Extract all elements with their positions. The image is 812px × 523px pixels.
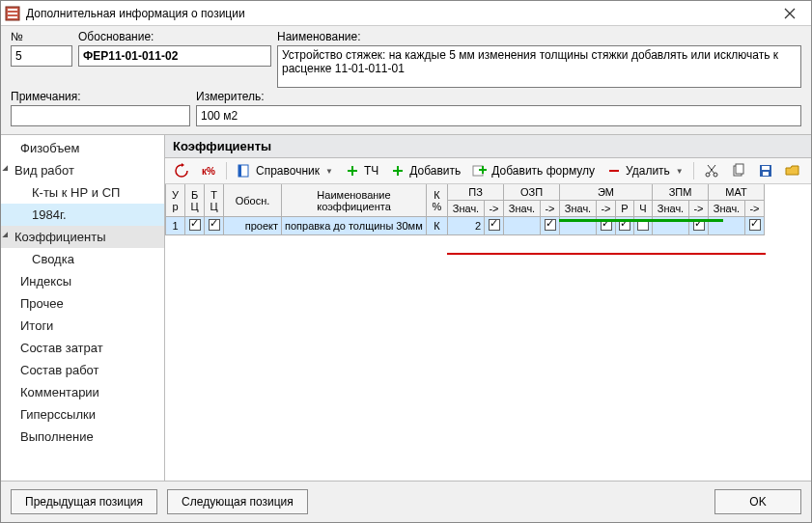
obosnovanie-field[interactable] bbox=[78, 45, 271, 67]
spravochnik-label: Справочник bbox=[256, 164, 320, 178]
col-bc[interactable]: Б Ц bbox=[185, 184, 205, 217]
red-indicator bbox=[447, 253, 766, 255]
main-panel: Коэффициенты к% Справочник▼ ТЧ Добавить bbox=[165, 135, 811, 481]
label-izmeritel: Измеритель: bbox=[196, 90, 801, 103]
col-obosn[interactable]: Обосн. bbox=[224, 184, 282, 217]
spravochnik-button[interactable]: Справочник▼ bbox=[232, 161, 338, 180]
sidebar-item[interactable]: Состав работ bbox=[1, 359, 164, 381]
plus-icon bbox=[345, 163, 360, 179]
svg-rect-6 bbox=[238, 165, 241, 177]
checkbox[interactable] bbox=[749, 219, 761, 231]
sidebar-item[interactable]: Выполнение bbox=[1, 426, 164, 448]
sidebar-item[interactable]: Итоги bbox=[1, 315, 164, 337]
tch-label: ТЧ bbox=[364, 164, 378, 178]
cut-icon bbox=[704, 163, 719, 179]
col-naim[interactable]: Наименование коэффициента bbox=[282, 184, 427, 217]
checkbox[interactable] bbox=[189, 219, 201, 231]
col-mat[interactable]: МАТ bbox=[709, 184, 765, 201]
sidebar-item[interactable]: Гиперссылки bbox=[1, 403, 164, 426]
minus-icon bbox=[606, 163, 622, 179]
dropdown-arrow-icon: ▼ bbox=[676, 167, 684, 176]
sidebar-item[interactable]: Вид работ bbox=[1, 159, 164, 181]
sidebar-item[interactable]: Физобъем bbox=[1, 137, 164, 159]
svg-text:к%: к% bbox=[202, 166, 215, 177]
sidebar-item[interactable]: Состав затрат bbox=[1, 337, 164, 359]
copy-icon bbox=[731, 163, 746, 179]
sidebar-item[interactable]: Сводка bbox=[1, 248, 164, 270]
sidebar-item[interactable]: 1984г. bbox=[1, 204, 164, 226]
sidebar-item[interactable]: Прочее bbox=[1, 292, 164, 315]
svg-rect-2 bbox=[8, 13, 17, 14]
col-pz-znach[interactable]: Знач. bbox=[448, 201, 485, 217]
col-ur[interactable]: У р bbox=[166, 184, 185, 217]
plus-icon bbox=[390, 163, 406, 179]
col-pz-arrow[interactable]: -> bbox=[485, 201, 504, 217]
sidebar-item[interactable]: К-ты к НР и СП bbox=[1, 181, 164, 204]
grid-area[interactable]: У р Б Ц Т Ц Обосн. Наименование коэффици… bbox=[165, 184, 811, 481]
primechaniya-field[interactable] bbox=[11, 105, 190, 126]
sidebar-item[interactable]: Коэффициенты bbox=[1, 226, 164, 248]
toolbar: к% Справочник▼ ТЧ Добавить Добавить форм… bbox=[165, 158, 811, 184]
col-ozp[interactable]: ОЗП bbox=[504, 184, 560, 201]
checkbox[interactable] bbox=[489, 219, 500, 231]
save-icon bbox=[758, 163, 773, 179]
toolbar-separator bbox=[226, 162, 227, 179]
dobavit-label: Добавить bbox=[409, 164, 461, 178]
copy-button[interactable] bbox=[726, 161, 751, 180]
dobavit-button[interactable]: Добавить bbox=[385, 161, 465, 180]
col-zpm-arrow[interactable]: -> bbox=[689, 201, 709, 217]
cut-button[interactable] bbox=[699, 161, 724, 180]
next-button[interactable]: Следующая позиция bbox=[167, 489, 308, 514]
label-naimenovanie: Наименование: bbox=[277, 30, 801, 43]
green-indicator bbox=[559, 219, 723, 222]
footer: Предыдущая позиция Следующая позиция OK bbox=[1, 481, 811, 522]
col-em[interactable]: ЭМ bbox=[560, 184, 653, 201]
col-kpct[interactable]: К % bbox=[427, 184, 448, 217]
app-icon bbox=[5, 6, 20, 21]
svg-rect-11 bbox=[736, 164, 743, 174]
col-ozp-arrow[interactable]: -> bbox=[541, 201, 560, 217]
formula-plus-icon bbox=[472, 163, 488, 179]
tool-kpct-icon[interactable]: к% bbox=[196, 161, 221, 180]
toolbar-separator bbox=[693, 162, 694, 179]
naimenovanie-field[interactable] bbox=[277, 45, 801, 88]
ok-button[interactable]: OK bbox=[714, 489, 801, 514]
tch-button[interactable]: ТЧ bbox=[340, 161, 383, 180]
label-primechaniya: Примечания: bbox=[11, 90, 190, 103]
dialog-window: Дополнительная информация о позиции № Об… bbox=[0, 0, 812, 523]
svg-rect-13 bbox=[762, 166, 770, 170]
izmeritel-field[interactable] bbox=[196, 105, 801, 126]
col-zpm-znach[interactable]: Знач. bbox=[653, 201, 689, 217]
col-mat-znach[interactable]: Знач. bbox=[709, 201, 745, 217]
prev-button[interactable]: Предыдущая позиция bbox=[11, 489, 157, 514]
coef-grid: У р Б Ц Т Ц Обосн. Наименование коэффици… bbox=[165, 184, 765, 235]
dobavit-formulu-button[interactable]: Добавить формулу bbox=[467, 161, 600, 180]
label-obosnovanie: Обоснование: bbox=[78, 30, 271, 43]
main-title: Коэффициенты bbox=[165, 135, 811, 158]
col-mat-arrow[interactable]: -> bbox=[745, 201, 765, 217]
save-button[interactable] bbox=[753, 161, 778, 180]
number-field[interactable] bbox=[11, 45, 72, 67]
col-tc[interactable]: Т Ц bbox=[205, 184, 224, 217]
svg-rect-3 bbox=[8, 16, 17, 18]
udalit-button[interactable]: Удалить▼ bbox=[602, 161, 688, 180]
col-pz[interactable]: ПЗ bbox=[448, 184, 504, 201]
col-em-znach[interactable]: Знач. bbox=[560, 201, 597, 217]
checkbox[interactable] bbox=[545, 219, 556, 231]
checkbox[interactable] bbox=[209, 219, 220, 231]
sidebar-item[interactable]: Индексы bbox=[1, 270, 164, 292]
tool-refresh-icon[interactable] bbox=[169, 161, 194, 180]
col-ozp-znach[interactable]: Знач. bbox=[504, 201, 541, 217]
udalit-label: Удалить bbox=[626, 164, 670, 178]
svg-rect-14 bbox=[763, 172, 769, 176]
open-button[interactable] bbox=[780, 161, 805, 180]
close-button[interactable] bbox=[772, 3, 807, 24]
svg-rect-1 bbox=[8, 9, 17, 11]
col-zpm[interactable]: ЗПМ bbox=[653, 184, 709, 201]
col-em-arrow[interactable]: -> bbox=[597, 201, 616, 217]
col-em-ch[interactable]: Ч bbox=[634, 201, 653, 217]
body-panel: ФизобъемВид работК-ты к НР и СП1984г.Коэ… bbox=[1, 134, 811, 481]
col-em-r[interactable]: Р bbox=[616, 201, 634, 217]
titlebar: Дополнительная информация о позиции bbox=[1, 1, 811, 26]
sidebar-item[interactable]: Комментарии bbox=[1, 381, 164, 403]
